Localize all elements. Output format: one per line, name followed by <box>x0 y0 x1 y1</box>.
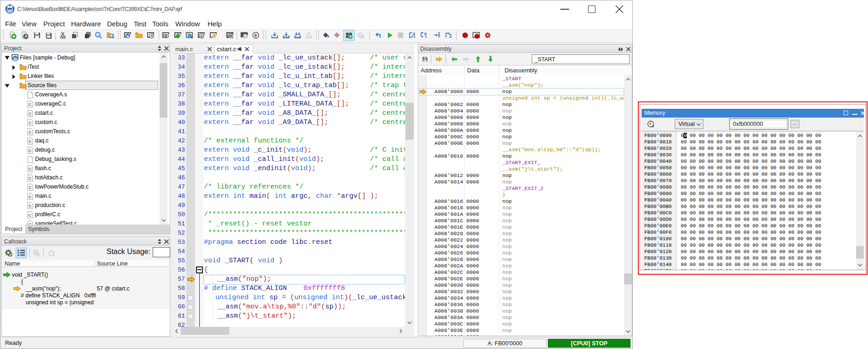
svg-text:W: W <box>8 8 12 13</box>
svg-text:W: W <box>126 35 129 38</box>
svg-text:C: C <box>29 213 32 218</box>
svg-text:C: C <box>29 139 32 144</box>
svg-text:W: W <box>200 35 203 38</box>
svg-text:C: C <box>29 185 32 190</box>
svg-text:C: C <box>29 195 32 199</box>
svg-text:C: C <box>29 112 32 116</box>
svg-text:C: C <box>29 121 32 125</box>
svg-text:C: C <box>29 148 32 153</box>
svg-text:C: C <box>29 130 32 135</box>
svg-text:C: C <box>29 167 32 172</box>
svg-text:C: C <box>29 176 32 181</box>
svg-text:W: W <box>14 58 17 61</box>
svg-text:C: C <box>29 204 32 208</box>
svg-text:C: C <box>29 102 32 107</box>
